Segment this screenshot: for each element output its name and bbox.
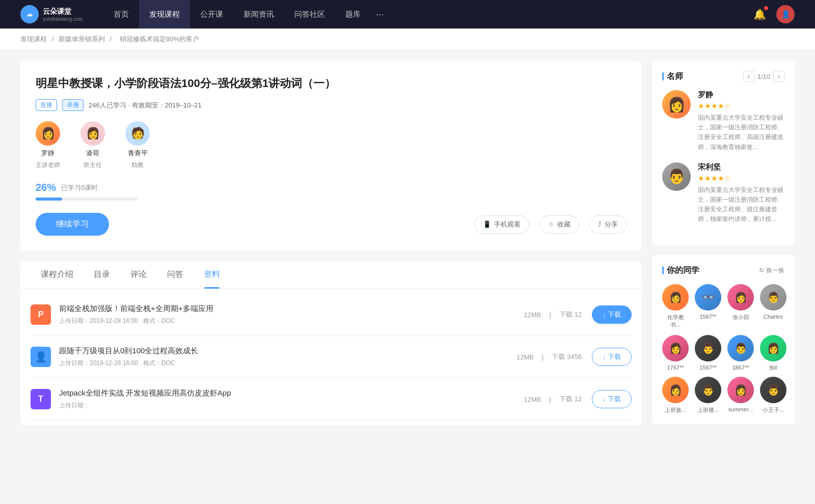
resource-item-3: T Jetpack全组件实战 开发短视频应用高仿皮皮虾App 上传日期： 12M… — [31, 378, 632, 421]
teachers-prev-button[interactable]: ‹ — [743, 71, 754, 82]
nav-item-qa[interactable]: 问答社区 — [284, 0, 335, 29]
course-tags: 直播 录播 246人已学习 · 有效期至：2019–10–21 — [36, 99, 627, 111]
breadcrumb: 发现课程 / 新媒体营销系列 / 销冠修炼术搞定80%的客户 — [0, 29, 815, 50]
teachers-page: 1/10 — [757, 73, 770, 80]
nav-item-news[interactable]: 新闻资讯 — [233, 0, 284, 29]
course-title: 明星中教授课，小学阶段语法100分–强化级第1讲动词（一） — [36, 76, 627, 91]
nav-item-open[interactable]: 公开课 — [190, 0, 233, 29]
share-button[interactable]: ⤴ 分享 — [589, 215, 627, 234]
resource-info-2: 跟随千万级项目从0到100全过程高效成长 上传日期：2019-12-28 16:… — [59, 346, 517, 368]
classmate-avatar-0[interactable]: 👩 — [662, 284, 689, 311]
resource-size-2: 12MB — [517, 353, 534, 361]
classmate-item-8: 👩 上班族... — [662, 377, 689, 414]
breadcrumb-link-series[interactable]: 新媒体营销系列 — [59, 35, 105, 43]
classmate-avatar-5[interactable]: 👨 — [695, 335, 721, 361]
nav-item-home[interactable]: 首页 — [103, 0, 139, 29]
classmate-item-10: 👩 summer... — [727, 377, 754, 414]
right-sidebar: 名师 ‹ 1/10 › 👩 罗静 ★★★★☆ 国内某重点大学安全工程专业硕士，国… — [652, 61, 795, 434]
tag-record: 录播 — [62, 99, 84, 111]
resource-meta-3: 上传日期： — [59, 401, 524, 410]
teacher-name-luojing: 罗静 — [41, 149, 55, 158]
classmate-item-9: 👨 上班楼... — [695, 377, 721, 414]
progress-bar-bg — [36, 198, 138, 201]
classmate-avatar-charles[interactable]: 👨 — [760, 284, 786, 311]
classmates-panel: 你的同学 ↻ 换一换 👩 化学教书... 👓 1567** 👩 — [652, 255, 795, 424]
classmate-name-2: 张小田 — [732, 314, 749, 321]
teacher-card-luojing: 👩 罗静 ★★★★☆ 国内某重点大学安全工程专业硕士，国家一级注册消防工程师、注… — [662, 90, 784, 152]
classmate-name-bill: Bill — [770, 365, 777, 371]
resource-info-1: 前端全栈加强版！前端全栈+全周期+多端应用 上传日期：2019-12-28 16… — [59, 304, 524, 325]
nav-item-more[interactable]: ··· — [371, 0, 389, 29]
teacher-card-info-songlijian: 宋利坚 ★★★★☆ 国内某重点大学安全工程专业硕士，国家一级注册消防工程师、注册… — [698, 162, 784, 225]
teacher-name-linghe: 凌荷 — [86, 149, 99, 158]
resource-downloads-3: 下载 12 — [559, 395, 582, 404]
continue-learning-button[interactable]: 继续学习 — [36, 213, 109, 236]
resource-stats-1: 12MB | 下载 12 — [524, 310, 581, 319]
share-icon: ⤴ — [598, 220, 602, 228]
resource-icon-p: P — [31, 304, 51, 325]
download-button-2[interactable]: ↓ 下载 — [592, 348, 632, 366]
tabs-nav: 课程介绍 目录 评论 问答 资料 — [20, 261, 642, 289]
progress-percent: 26% — [36, 182, 56, 193]
teacher-luojing: 👩 罗静 主讲老师 — [36, 121, 60, 170]
user-avatar[interactable]: 👤 — [776, 5, 795, 23]
mobile-label: 手机观看 — [494, 220, 521, 229]
bell-icon[interactable]: 🔔 — [753, 8, 766, 20]
resource-icon-user: 👤 — [31, 347, 51, 367]
teacher-stars-luojing: ★★★★☆ — [698, 102, 784, 110]
resource-list: P 前端全栈加强版！前端全栈+全周期+多端应用 上传日期：2019-12-28 … — [20, 289, 642, 426]
classmate-avatar-11[interactable]: 👨 — [760, 377, 786, 403]
tab-intro[interactable]: 课程介绍 — [31, 261, 84, 288]
download-button-3[interactable]: ↓ 下载 — [592, 390, 632, 408]
refresh-classmates-button[interactable]: ↻ 换一换 — [759, 266, 784, 275]
progress-label: 26% 已学习0课时 — [36, 182, 627, 193]
logo[interactable]: ☁ 云朵课堂 yundoketang.com — [20, 5, 83, 23]
left-content: 明星中教授课，小学阶段语法100分–强化级第1讲动词（一） 直播 录播 246人… — [20, 61, 642, 434]
nav-item-quiz[interactable]: 题库 — [335, 0, 371, 29]
mobile-view-button[interactable]: 📱 手机观看 — [474, 215, 529, 234]
classmate-item-3: 👨 Charles — [760, 284, 786, 329]
nav-item-discover[interactable]: 发现课程 — [139, 0, 190, 29]
teacher-card-name-songlijian: 宋利坚 — [698, 162, 784, 172]
tab-qa[interactable]: 问答 — [157, 261, 194, 288]
classmates-grid: 👩 化学教书... 👓 1567** 👩 张小田 👨 Charles 👩 — [662, 284, 784, 414]
classmate-avatar-2[interactable]: 👩 — [727, 284, 754, 311]
classmate-name-8: 上班族... — [665, 406, 686, 414]
classmate-avatar-8[interactable]: 👩 — [662, 377, 689, 403]
collect-button[interactable]: ☆ 收藏 — [539, 215, 579, 234]
classmate-avatar-1[interactable]: 👓 — [695, 284, 721, 311]
resource-name-3: Jetpack全组件实战 开发短视频应用高仿皮皮虾App — [59, 388, 524, 398]
classmate-avatar-6[interactable]: 👨 — [727, 335, 754, 361]
teacher-name-qqp: 青青平 — [128, 149, 148, 158]
action-buttons: 📱 手机观看 ☆ 收藏 ⤴ 分享 — [474, 215, 627, 234]
teachers-panel: 名师 ‹ 1/10 › 👩 罗静 ★★★★☆ 国内某重点大学安全工程专业硕士，国… — [652, 61, 795, 245]
teacher-qingqingping: 🧑 青青平 助教 — [125, 121, 150, 170]
classmate-name-9: 上班楼... — [697, 406, 719, 414]
resource-stats-2: 12MB | 下载 3456 — [517, 352, 582, 361]
tab-comments[interactable]: 评论 — [120, 261, 157, 288]
classmate-item-4: 👩 1767** — [662, 335, 689, 371]
resource-info-3: Jetpack全组件实战 开发短视频应用高仿皮皮虾App 上传日期： — [59, 388, 524, 410]
download-button-1[interactable]: ↓ 下载 — [592, 305, 632, 324]
classmate-avatar-4[interactable]: 👩 — [662, 335, 689, 361]
tab-resources[interactable]: 资料 — [194, 261, 230, 288]
classmate-name-charles: Charles — [764, 314, 783, 320]
classmate-name-4: 1767** — [667, 365, 684, 371]
teacher-card-info-luojing: 罗静 ★★★★☆ 国内某重点大学安全工程专业硕士，国家一级注册消防工程师、注册安… — [698, 90, 784, 152]
collect-label: 收藏 — [557, 220, 570, 229]
teacher-card-desc-songlijian: 国内某重点大学安全工程专业硕士，国家一级注册消防工程师、注册安全工程师、级注册建… — [698, 185, 784, 225]
classmate-name-1: 1567** — [699, 314, 716, 320]
tab-directory[interactable]: 目录 — [84, 261, 120, 288]
classmate-avatar-9[interactable]: 👨 — [695, 377, 721, 403]
course-meta: 246人已学习 · 有效期至：2019–10–21 — [89, 101, 202, 110]
refresh-label: 换一换 — [766, 266, 784, 275]
breadcrumb-link-discover[interactable]: 发现课程 — [20, 35, 47, 43]
resource-meta-2: 上传日期：2019-12-28 16:00 格式：DOC — [59, 359, 517, 368]
classmate-avatar-bill[interactable]: 👩 — [760, 335, 786, 361]
notification-badge — [764, 6, 768, 10]
teachers-next-button[interactable]: › — [773, 71, 784, 82]
tabs-section: 课程介绍 目录 评论 问答 资料 P 前端全栈加强版！前端全栈+全周期+多端应用… — [20, 261, 642, 426]
classmate-avatar-10[interactable]: 👩 — [727, 377, 754, 403]
resource-stats-3: 12MB | 下载 12 — [524, 395, 581, 404]
classmate-name-6: 1867** — [732, 365, 749, 371]
